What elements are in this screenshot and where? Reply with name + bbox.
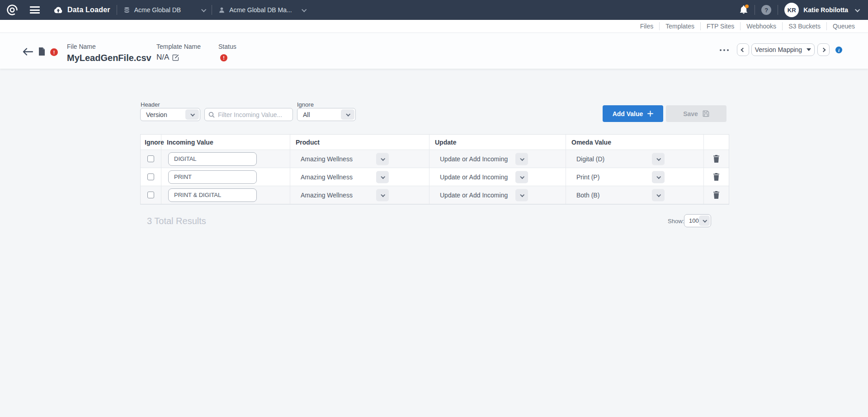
omeda-logo-icon[interactable] [6,4,18,16]
incoming-value-input[interactable] [168,152,257,166]
divider [212,5,212,15]
omeda-value-select[interactable]: Digital (D) [566,150,704,168]
chevron-left-icon [741,47,745,52]
nav-link-s3-buckets[interactable]: S3 Buckets [782,22,826,30]
omeda-value-select[interactable]: Print (P) [566,168,704,186]
file-name-value: MyLeadGenFile.csv [67,53,151,63]
database-selector[interactable]: Acme Global DB [123,6,205,14]
incoming-value-cell [161,168,290,186]
chevron-down-icon [376,153,389,165]
header-filter-select[interactable]: Version [140,108,200,121]
incoming-value-cell [161,186,290,204]
product-value: Amazing Wellness [290,173,353,181]
product-select[interactable]: Amazing Wellness [290,186,429,204]
mapping-step-value: Version Mapping [755,46,802,53]
nav-link-ftp-sites[interactable]: FTP Sites [700,22,740,30]
update-value: Update or Add Incoming [429,155,508,163]
info-icon[interactable] [835,47,842,53]
chevron-right-icon [821,47,826,52]
column-header-omeda-value: Omeda Value [566,135,704,150]
delete-row-button[interactable] [711,189,722,201]
back-arrow-icon[interactable] [23,48,33,56]
page-size-value: 100 [684,217,699,224]
chevron-down-icon [185,109,199,120]
update-select[interactable]: Update or Add Incoming [429,168,566,186]
ignore-checkbox[interactable] [147,155,154,162]
divider [117,5,117,15]
add-value-button[interactable]: Add Value [603,105,663,122]
divider [778,5,778,15]
chevron-down-icon [652,153,665,165]
omeda-value: Print (P) [566,173,599,181]
chevron-down-icon [515,153,528,165]
save-button[interactable]: Save [666,105,726,122]
table-body: Amazing Wellness Update or Add Incoming … [141,150,729,204]
chevron-down-icon [652,171,665,183]
nav-link-templates[interactable]: Templates [659,22,700,30]
ignore-checkbox[interactable] [147,192,154,198]
more-options-button[interactable] [718,47,731,53]
previous-mapping-button[interactable] [737,43,749,56]
version-mapping-table: Ignore Incoming Value Product Update Ome… [140,134,729,205]
divider [755,5,755,15]
show-label: Show: [668,218,684,225]
person-icon [218,7,225,14]
ignore-cell [141,168,161,186]
incoming-value-search[interactable] [204,108,293,121]
product-select[interactable]: Amazing Wellness [290,150,429,168]
omeda-value-select[interactable]: Both (B) [566,186,704,204]
save-floppy-icon [703,110,709,117]
hamburger-menu-icon[interactable] [30,6,40,14]
total-results: 3 Total Results [147,216,206,226]
file-name-label: File Name [67,43,151,50]
mapping-selector[interactable]: Acme Global DB Ma... [218,6,306,14]
chevron-down-icon [652,189,665,201]
mapping-step-dropdown[interactable]: Version Mapping [751,43,815,56]
chevron-down-icon [201,7,206,12]
next-mapping-button[interactable] [817,43,830,56]
nav-link-queues[interactable]: Queues [826,22,861,30]
ignore-filter-select[interactable]: All [297,108,356,121]
search-input[interactable] [218,111,289,118]
delete-row-button[interactable] [711,171,722,183]
actions-cell [704,168,729,186]
table-row: Amazing Wellness Update or Add Incoming … [141,150,729,168]
update-select[interactable]: Update or Add Incoming [429,150,566,168]
update-value: Update or Add Incoming [429,192,508,199]
ignore-checkbox[interactable] [147,173,154,180]
column-header-ignore: Ignore [141,135,161,150]
delete-row-button[interactable] [711,153,722,164]
chevron-down-icon [515,171,528,183]
table-row: Amazing Wellness Update or Add Incoming … [141,168,729,186]
user-avatar[interactable]: KR [784,3,799,17]
update-select[interactable]: Update or Add Incoming [429,186,566,204]
user-name[interactable]: Katie Robilotta [803,6,848,14]
ignore-filter-label: Ignore [297,101,314,108]
ignore-filter-value: All [297,111,341,118]
actions-cell [704,186,729,204]
product-select[interactable]: Amazing Wellness [290,168,429,186]
nav-link-files[interactable]: Files [634,22,660,30]
column-header-incoming-value: Incoming Value [161,135,290,150]
help-icon[interactable] [761,5,771,15]
chevron-down-icon [376,171,389,183]
add-value-label: Add Value [613,110,643,117]
notifications-bell-icon[interactable] [739,5,748,14]
incoming-value-input[interactable] [168,170,257,184]
actions-cell [704,150,729,168]
ignore-cell [141,186,161,204]
header-filter-value: Version [141,111,185,118]
chevron-down-icon [376,189,389,201]
save-label: Save [683,110,698,117]
chevron-down-icon [302,7,307,12]
nav-link-webhooks[interactable]: Webhooks [740,22,782,30]
chevron-down-icon[interactable] [855,7,860,12]
status-label: Status [218,43,236,50]
cloud-upload-icon [52,6,63,14]
page-size-select[interactable]: 100 [684,214,711,227]
trash-icon [713,155,720,163]
edit-template-icon[interactable] [172,54,179,61]
incoming-value-input[interactable] [168,188,257,202]
omeda-value: Both (B) [566,192,599,199]
trash-icon [713,191,720,199]
